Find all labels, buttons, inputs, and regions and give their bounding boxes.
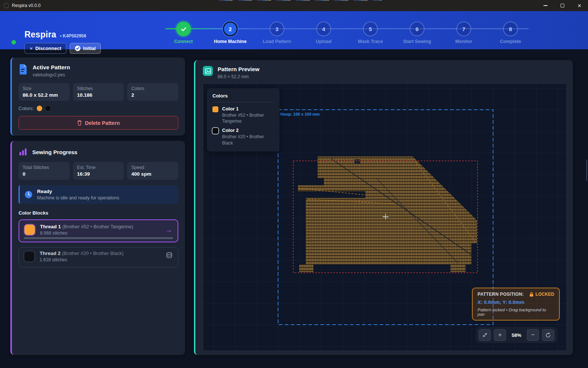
thread-1-swatch bbox=[24, 225, 35, 235]
background-window-artifact bbox=[219, 0, 382, 1]
stat-speed: Speed 400 spm bbox=[127, 162, 178, 180]
preview-dimensions: 86.0 × 52.2 mm bbox=[218, 74, 260, 79]
pattern-preview-card: Pattern Preview 86.0 × 52.2 mm bbox=[194, 60, 573, 355]
legend-swatch-orange bbox=[212, 106, 218, 112]
step-load-pattern[interactable]: 3 Load Pattern bbox=[254, 18, 300, 44]
trash-icon bbox=[77, 120, 82, 126]
thread-1-stitches: 8.568 stitches bbox=[40, 231, 133, 236]
document-icon bbox=[19, 64, 28, 74]
step-start-sewing[interactable]: 6 Start Sewing bbox=[394, 18, 440, 44]
legend-entry-color-2: Color 2 Brother #20 • Brother Black bbox=[212, 127, 274, 146]
step-monitor[interactable]: 7 Monitor bbox=[440, 18, 487, 44]
disconnect-button[interactable]: × Disconnect bbox=[24, 43, 66, 54]
colors-legend: Colors Color 1 Brother #52 • Brother Tan… bbox=[207, 88, 280, 152]
stat-stitches: Stitches 10.186 bbox=[73, 83, 124, 101]
step-connect[interactable]: Connect bbox=[160, 18, 207, 44]
scrollbar-thumb[interactable] bbox=[586, 159, 587, 181]
legend-title: Colors bbox=[212, 93, 274, 99]
stat-colors: Colors 2 bbox=[127, 83, 178, 101]
window-title: Respira v0.0.0 bbox=[12, 3, 40, 8]
app-icon bbox=[4, 3, 9, 8]
workflow-stepper: Connect 2 Home Machine 3 Load Pattern 4 … bbox=[160, 18, 534, 48]
preview-canvas[interactable]: Hoop: 100 x 100 mm Colors Color 1 Brothe… bbox=[203, 83, 567, 351]
thread-2-detail: (Brother #20 • Brother Black) bbox=[62, 251, 123, 256]
maximize-button[interactable] bbox=[554, 0, 571, 11]
status-description: Machine is idle and ready for operations bbox=[37, 195, 119, 200]
active-pattern-title: Active Pattern bbox=[33, 64, 70, 70]
lock-icon bbox=[529, 292, 534, 297]
color-blocks-label: Color Blocks bbox=[19, 210, 178, 216]
thread-2-name: Thread 2 bbox=[40, 251, 60, 256]
machine-status-banner: Ready Machine is idle and ready for oper… bbox=[19, 185, 178, 204]
thread-1-name: Thread 1 bbox=[40, 224, 61, 229]
hoop-label: Hoop: 100 x 100 mm bbox=[280, 112, 320, 116]
reset-view-button[interactable] bbox=[542, 329, 554, 341]
close-button[interactable]: ✕ bbox=[571, 0, 588, 11]
thread-2-stitches: 1.618 stitches bbox=[40, 257, 123, 262]
active-pattern-card: Active Pattern valetudogv2.pes Size 86.0… bbox=[10, 57, 185, 136]
plus-icon: + bbox=[498, 331, 502, 339]
step-home-machine[interactable]: 2 Home Machine bbox=[207, 18, 254, 44]
app-header: Respira • K4P502956 × Disconnect Initial… bbox=[0, 11, 588, 49]
position-label: PATTERN POSITION: bbox=[478, 292, 524, 297]
sewing-progress-title: Sewing Progress bbox=[32, 149, 77, 155]
fit-view-button[interactable] bbox=[479, 329, 491, 341]
connection-status-dot bbox=[11, 40, 16, 44]
layers-icon bbox=[166, 252, 173, 261]
status-title: Ready bbox=[37, 189, 119, 194]
position-coordinates: X: 0.0mm, Y: 0.0mm bbox=[478, 299, 554, 305]
zoom-in-button[interactable]: + bbox=[494, 329, 506, 341]
zoom-level: 58% bbox=[509, 332, 524, 338]
refresh-icon bbox=[545, 332, 551, 338]
step-mask-trace[interactable]: 5 Mask Trace bbox=[347, 18, 394, 44]
delete-pattern-button[interactable]: Delete Pattern bbox=[19, 116, 178, 130]
position-hint: Pattern locked • Drag background to pan bbox=[478, 308, 554, 316]
step-complete[interactable]: 8 Complete bbox=[487, 18, 534, 44]
stat-size: Size 86.0 x 52.2 mm bbox=[19, 83, 70, 101]
check-icon bbox=[176, 21, 191, 36]
brand-title: Respira bbox=[24, 30, 56, 40]
stat-total-stitches: Total Stitches 0 bbox=[19, 162, 70, 180]
title-bar: Respira v0.0.0 ✕ bbox=[0, 0, 588, 11]
legend-entry-color-1: Color 1 Brother #52 • Brother Tangerine bbox=[212, 106, 274, 124]
fit-arrow bbox=[485, 333, 487, 335]
stat-est-time: Est. Time 16:39 bbox=[73, 162, 124, 180]
thread-2-row[interactable]: Thread 2 (Brother #20 • Brother Black) 1… bbox=[19, 247, 178, 268]
machine-serial: • K4P502956 bbox=[60, 33, 86, 39]
sewing-progress-card: Sewing Progress Total Stitches 0 Est. Ti… bbox=[10, 141, 185, 355]
pattern-position-overlay: PATTERN POSITION: LOCKED X: 0.0mm, Y: 0.… bbox=[472, 288, 560, 321]
colors-label: Colors: bbox=[19, 106, 34, 111]
preview-title: Pattern Preview bbox=[218, 66, 260, 72]
zoom-out-button[interactable]: − bbox=[527, 329, 539, 341]
thread-1-row[interactable]: Thread 1 (Brother #52 • Brother Tangerin… bbox=[19, 219, 178, 242]
zoom-toolbar: + 58% − bbox=[476, 327, 557, 343]
thread-1-progress-track bbox=[24, 237, 173, 239]
bar-chart-icon bbox=[19, 147, 27, 156]
locked-badge: LOCKED bbox=[529, 292, 554, 297]
image-icon bbox=[203, 66, 213, 76]
step-upload[interactable]: 4 Upload bbox=[300, 18, 347, 44]
initial-button[interactable]: Initial bbox=[70, 43, 101, 54]
minus-icon: − bbox=[531, 331, 535, 339]
arrow-right-icon: → bbox=[165, 226, 172, 234]
clock-icon bbox=[24, 190, 33, 199]
color-swatch-black bbox=[45, 106, 51, 111]
thread-1-detail: (Brother #52 • Brother Tangerine) bbox=[62, 224, 133, 229]
check-circle-icon bbox=[75, 46, 80, 51]
pattern-filename: valetudogv2.pes bbox=[33, 72, 70, 77]
minimize-button[interactable] bbox=[537, 0, 554, 11]
legend-swatch-black bbox=[212, 128, 218, 134]
color-swatch-orange bbox=[37, 106, 42, 111]
x-icon: × bbox=[30, 46, 33, 52]
thread-2-swatch bbox=[24, 251, 34, 262]
